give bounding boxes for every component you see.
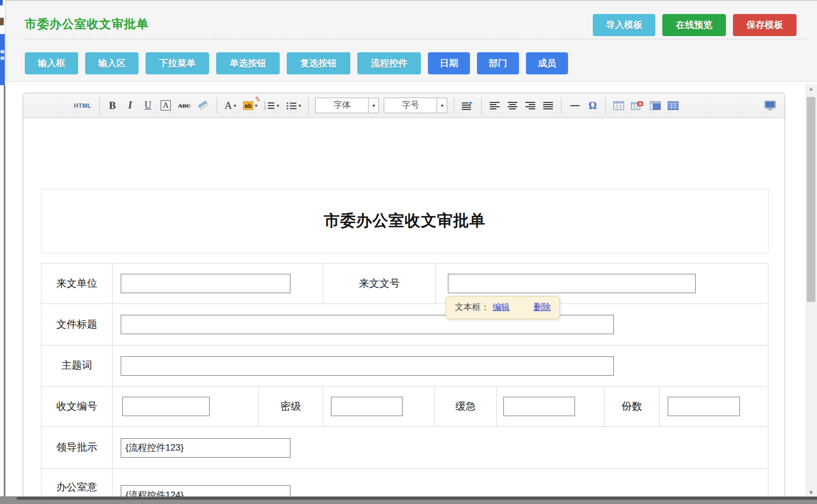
tooltip-label: 文本框：	[455, 302, 489, 312]
label-urgency: 缓急	[435, 386, 497, 426]
align-justify-button[interactable]	[542, 98, 555, 114]
cell-receipt-no	[113, 386, 259, 426]
delete-table-icon	[631, 101, 643, 110]
toolbar-separator	[217, 98, 217, 114]
align-right-icon	[525, 101, 535, 110]
header-actions: 导入模板 在线预览 保存模板	[593, 14, 797, 36]
widget-input-box-button[interactable]: 输入框	[25, 52, 78, 74]
edit-link[interactable]: 编辑	[493, 302, 510, 312]
cell-properties-icon	[650, 101, 661, 110]
align-left-icon	[490, 101, 500, 110]
indent-button[interactable]	[461, 98, 475, 114]
delete-table-button[interactable]	[630, 98, 644, 114]
content-area: HTML B I U A ABC A	[5, 82, 806, 504]
horizontal-rule-button[interactable]: —	[568, 98, 581, 114]
control-tooltip: 文本框：编辑删除	[446, 296, 560, 319]
font-size-select[interactable]: 字号 ▾	[384, 98, 447, 113]
italic-button[interactable]: I	[124, 98, 137, 114]
chevron-down-icon: ▾	[255, 103, 258, 108]
toolbar-separator	[605, 98, 606, 114]
ordered-list-icon: 1 2 3	[264, 101, 275, 110]
align-center-button[interactable]	[506, 98, 519, 114]
cell-urgency	[497, 386, 605, 426]
rich-text-editor: HTML B I U A ABC A	[23, 93, 785, 504]
strikethrough-button[interactable]: ABC	[177, 98, 192, 114]
page-title: 市委办公室收文审批单	[25, 16, 149, 32]
widget-flow-control-button[interactable]: 流程控件	[357, 52, 421, 74]
bold-button[interactable]: B	[106, 98, 119, 114]
widget-department-button[interactable]: 部门	[477, 52, 519, 74]
monitor-icon	[764, 101, 776, 111]
insert-table-icon	[613, 101, 624, 110]
align-left-button[interactable]	[488, 98, 501, 114]
widget-radio-button[interactable]: 单选按钮	[216, 52, 280, 74]
widget-dropdown-button[interactable]: 下拉菜单	[146, 52, 209, 74]
source-unit-input[interactable]	[121, 274, 290, 293]
sliver-brown	[0, 18, 4, 25]
toolbar-separator	[561, 98, 562, 114]
widget-member-button[interactable]: 成员	[526, 52, 568, 74]
widget-date-button[interactable]: 日期	[428, 52, 470, 74]
align-right-button[interactable]	[524, 98, 537, 114]
font-color-icon: A	[225, 100, 232, 112]
cell-source-unit	[113, 264, 323, 303]
boxed-a-icon: A	[161, 100, 171, 111]
widget-input-area-button[interactable]: 输入区	[85, 52, 139, 74]
eraser-button[interactable]	[197, 98, 210, 114]
html-source-button[interactable]: HTML	[73, 98, 93, 114]
font-size-value: 字号	[384, 98, 437, 113]
font-family-value: 字体	[316, 98, 368, 113]
cell-properties-button[interactable]	[649, 98, 662, 114]
highlight-icon: ab	[243, 101, 253, 110]
table-row: 领导批示	[41, 427, 768, 469]
label-source-unit: 来文单位	[41, 264, 113, 303]
format-block-button[interactable]: A	[160, 98, 172, 114]
form-table: 来文单位 来文文号 文件标题 主题词 收文编号	[41, 263, 768, 504]
table-row: 主题词	[41, 346, 768, 386]
cell-doc-title	[113, 304, 769, 345]
special-char-button[interactable]: Ω	[586, 98, 599, 114]
toolbar-separator	[308, 98, 309, 114]
leader-note-input[interactable]	[121, 438, 290, 458]
table-row: 来文单位 来文文号	[41, 264, 768, 304]
bullet-list-button[interactable]: ▾	[285, 98, 302, 114]
chevron-down-icon: ▾	[368, 98, 378, 113]
table-properties-button[interactable]	[667, 98, 680, 114]
window-bottom-edge	[0, 496, 817, 504]
widget-checkbox-button[interactable]: 复选按钮	[287, 52, 350, 74]
subject-input[interactable]	[121, 356, 614, 376]
align-center-icon	[508, 101, 517, 110]
ordered-list-button[interactable]: 1 2 3 ▾	[263, 98, 280, 114]
screen: 市委办公室收文审批单 导入模板 在线预览 保存模板 输入框 输入区 下拉菜单 单…	[0, 0, 817, 504]
label-subject: 主题词	[41, 346, 113, 386]
online-preview-button[interactable]: 在线预览	[662, 14, 726, 36]
fullscreen-button[interactable]	[763, 98, 777, 114]
copies-input[interactable]	[668, 397, 740, 416]
scroll-up-arrow-icon[interactable]: ▲	[805, 86, 817, 92]
urgency-input[interactable]	[503, 397, 575, 416]
dashed-divider	[23, 39, 806, 39]
font-color-button[interactable]: A ▾	[224, 98, 237, 114]
insert-table-button[interactable]	[612, 98, 625, 114]
scrollbar-thumb[interactable]	[807, 97, 815, 302]
delete-link[interactable]: 删除	[534, 302, 551, 312]
save-template-button[interactable]: 保存模板	[733, 14, 797, 36]
secrecy-input[interactable]	[331, 397, 403, 416]
label-doc-title: 文件标题	[41, 304, 113, 345]
underline-button[interactable]: U	[142, 98, 155, 114]
import-template-button[interactable]: 导入模板	[593, 14, 655, 36]
chevron-down-icon: ▾	[437, 98, 447, 113]
font-family-select[interactable]: 字体 ▾	[315, 98, 379, 113]
vertical-scrollbar[interactable]: ▲ ▼	[805, 84, 817, 504]
highlight-color-button[interactable]: ab ✎ ▾	[242, 98, 258, 114]
scroll-down-arrow-icon[interactable]: ▼	[805, 489, 817, 495]
editor-document[interactable]: 市委办公室收文审批单 来文单位 来文文号 文件标题 主题词	[23, 118, 785, 504]
form-title-box: 市委办公室收文审批单	[41, 189, 768, 253]
doc-number-input[interactable]	[448, 274, 696, 293]
sliver-mark	[1, 57, 4, 60]
editor-toolbar: HTML B I U A ABC A	[23, 93, 785, 118]
receipt-no-input[interactable]	[122, 397, 210, 416]
background-window-sliver	[0, 0, 5, 504]
sliver-blue-top	[0, 0, 3, 5]
toolbar-separator	[454, 98, 454, 114]
